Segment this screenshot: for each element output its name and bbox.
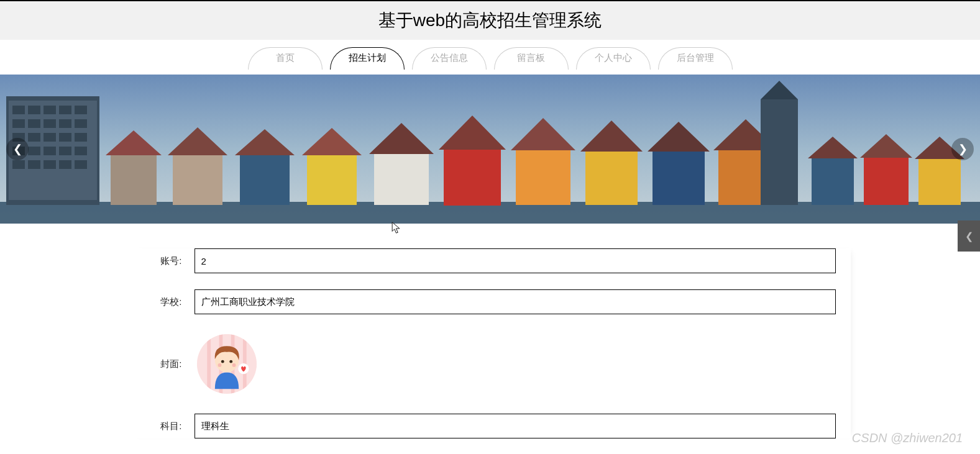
banner-prev-icon[interactable]: ❮ [6, 138, 29, 160]
cursor-icon [392, 222, 401, 234]
input-subject[interactable] [195, 414, 836, 438]
svg-rect-20 [28, 147, 40, 155]
svg-rect-5 [28, 106, 40, 114]
label-cover: 封面: [145, 358, 195, 370]
watermark-text: CSDN @zhiwen201 [852, 431, 963, 445]
svg-rect-17 [59, 133, 71, 142]
svg-rect-34 [240, 155, 290, 205]
svg-point-64 [229, 360, 232, 363]
nav-item-announcements[interactable]: 公告信息 [412, 47, 487, 70]
svg-rect-26 [44, 160, 56, 169]
side-collapse-icon[interactable]: ❮ [958, 220, 980, 252]
svg-rect-27 [59, 160, 71, 169]
field-subject: 科目: [145, 414, 836, 438]
page-title: 基于web的高校招生管理系统 [0, 0, 980, 40]
banner-next-icon[interactable]: ❯ [951, 138, 974, 160]
svg-rect-32 [173, 155, 222, 205]
svg-rect-56 [918, 159, 961, 205]
field-account: 账号: [145, 248, 836, 273]
banner-image [0, 75, 980, 224]
svg-rect-7 [59, 106, 71, 114]
svg-rect-13 [75, 119, 87, 128]
nav-item-personal-center[interactable]: 个人中心 [576, 47, 651, 70]
detail-form: 账号: 学校: 封面: [130, 248, 851, 438]
svg-point-63 [221, 360, 224, 363]
svg-rect-40 [444, 150, 501, 206]
svg-rect-24 [12, 160, 25, 169]
nav-bar: 首页 招生计划 公告信息 留言板 个人中心 后台管理 [0, 40, 980, 75]
field-school: 学校: [145, 289, 836, 314]
svg-rect-52 [812, 158, 854, 205]
cover-avatar[interactable] [197, 334, 257, 394]
label-subject: 科目: [145, 420, 195, 432]
nav-item-home[interactable]: 首页 [248, 47, 323, 70]
svg-rect-36 [307, 155, 357, 205]
svg-rect-28 [75, 160, 87, 169]
svg-rect-21 [44, 147, 56, 155]
svg-rect-6 [44, 106, 56, 114]
svg-rect-46 [653, 152, 705, 205]
svg-point-66 [232, 363, 236, 367]
svg-rect-38 [374, 154, 429, 205]
svg-rect-15 [28, 133, 40, 142]
svg-rect-11 [44, 119, 56, 128]
input-school[interactable] [195, 289, 836, 314]
svg-rect-9 [12, 119, 25, 128]
svg-rect-54 [864, 158, 909, 205]
svg-rect-16 [44, 133, 56, 142]
svg-rect-8 [75, 106, 87, 114]
svg-rect-42 [516, 150, 570, 205]
svg-rect-12 [59, 119, 71, 128]
label-account: 账号: [145, 255, 195, 267]
svg-rect-44 [585, 152, 638, 205]
svg-rect-22 [59, 147, 71, 155]
svg-point-65 [218, 363, 221, 367]
label-school: 学校: [145, 296, 195, 308]
svg-rect-4 [12, 106, 25, 114]
svg-rect-25 [28, 160, 40, 169]
input-account[interactable] [195, 248, 836, 273]
svg-rect-23 [75, 147, 87, 155]
svg-rect-49 [761, 99, 798, 205]
svg-rect-30 [111, 155, 157, 205]
banner-carousel: ❮ ❯ [0, 75, 980, 224]
nav-item-enrollment-plan[interactable]: 招生计划 [330, 47, 405, 70]
svg-rect-10 [28, 119, 40, 128]
nav-item-message-board[interactable]: 留言板 [494, 47, 569, 70]
svg-rect-18 [75, 133, 87, 142]
field-cover: 封面: [145, 333, 836, 395]
nav-item-admin[interactable]: 后台管理 [658, 47, 733, 70]
